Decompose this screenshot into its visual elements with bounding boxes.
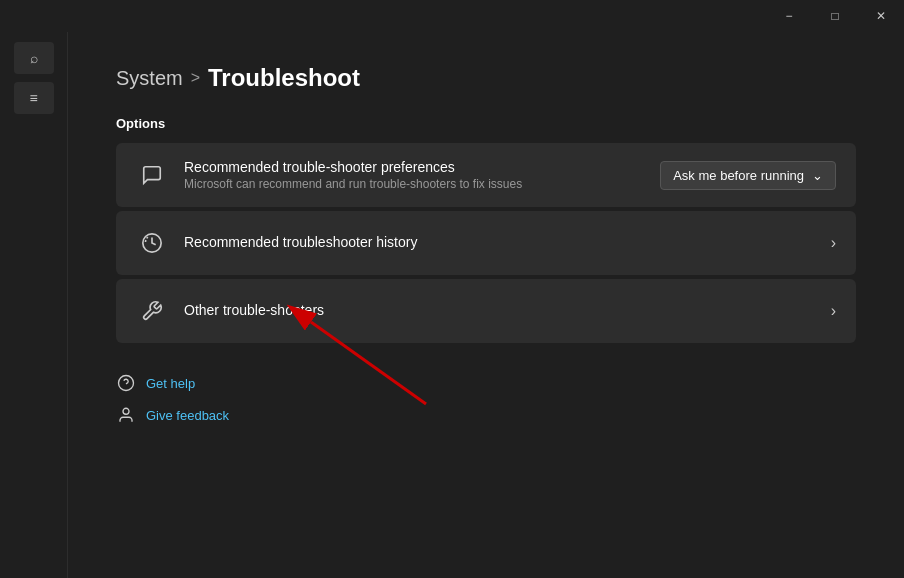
- recommended-prefs-action: Ask me before running ⌄: [660, 161, 836, 190]
- chat-bubble-icon: [136, 159, 168, 191]
- dropdown-label: Ask me before running: [673, 168, 804, 183]
- minimize-button[interactable]: −: [766, 0, 812, 32]
- search-button[interactable]: ⌕: [14, 42, 54, 74]
- nav-icon: ≡: [29, 90, 37, 106]
- chevron-right-icon: ›: [831, 234, 836, 251]
- app-body: ⌕ ≡ System > Troubleshoot Options: [0, 32, 904, 578]
- close-button[interactable]: ✕: [858, 0, 904, 32]
- chevron-right-icon-2: ›: [831, 302, 836, 319]
- recommended-prefs-subtitle: Microsoft can recommend and run trouble-…: [184, 177, 660, 191]
- recommended-history-title: Recommended troubleshooter history: [184, 234, 831, 250]
- get-help-label: Get help: [146, 376, 195, 391]
- sidebar: ⌕ ≡: [0, 32, 68, 578]
- other-troubleshooters-text: Other trouble-shooters: [184, 302, 831, 320]
- ask-before-running-dropdown[interactable]: Ask me before running ⌄: [660, 161, 836, 190]
- svg-point-5: [123, 408, 129, 414]
- get-help-icon: [116, 373, 136, 393]
- section-label: Options: [116, 116, 856, 131]
- help-links: Get help Give feedback: [116, 367, 856, 431]
- recommended-prefs-card[interactable]: Recommended trouble-shooter preferences …: [116, 143, 856, 207]
- main-content: System > Troubleshoot Options Recommende…: [68, 32, 904, 578]
- dropdown-chevron-icon: ⌄: [812, 168, 823, 183]
- recommended-history-text: Recommended troubleshooter history: [184, 234, 831, 252]
- breadcrumb: System > Troubleshoot: [116, 64, 856, 92]
- content-wrapper: System > Troubleshoot Options Recommende…: [116, 64, 856, 431]
- recommended-history-card[interactable]: Recommended troubleshooter history ›: [116, 211, 856, 275]
- search-icon: ⌕: [30, 50, 38, 66]
- breadcrumb-current: Troubleshoot: [208, 64, 360, 92]
- recommended-history-chevron: ›: [831, 234, 836, 252]
- other-troubleshooters-chevron: ›: [831, 302, 836, 320]
- history-clock-icon: [136, 227, 168, 259]
- give-feedback-icon: [116, 405, 136, 425]
- recommended-prefs-text: Recommended trouble-shooter preferences …: [184, 159, 660, 191]
- get-help-link[interactable]: Get help: [116, 367, 856, 399]
- svg-point-3: [119, 376, 134, 391]
- maximize-button[interactable]: □: [812, 0, 858, 32]
- recommended-prefs-title: Recommended trouble-shooter preferences: [184, 159, 660, 175]
- other-troubleshooters-card[interactable]: Other trouble-shooters ›: [116, 279, 856, 343]
- sidebar-nav-item[interactable]: ≡: [14, 82, 54, 114]
- other-troubleshooters-title: Other trouble-shooters: [184, 302, 831, 318]
- breadcrumb-system: System: [116, 67, 183, 90]
- titlebar: − □ ✕: [0, 0, 904, 32]
- give-feedback-link[interactable]: Give feedback: [116, 399, 856, 431]
- give-feedback-label: Give feedback: [146, 408, 229, 423]
- breadcrumb-separator: >: [191, 69, 200, 87]
- wrench-key-icon: [136, 295, 168, 327]
